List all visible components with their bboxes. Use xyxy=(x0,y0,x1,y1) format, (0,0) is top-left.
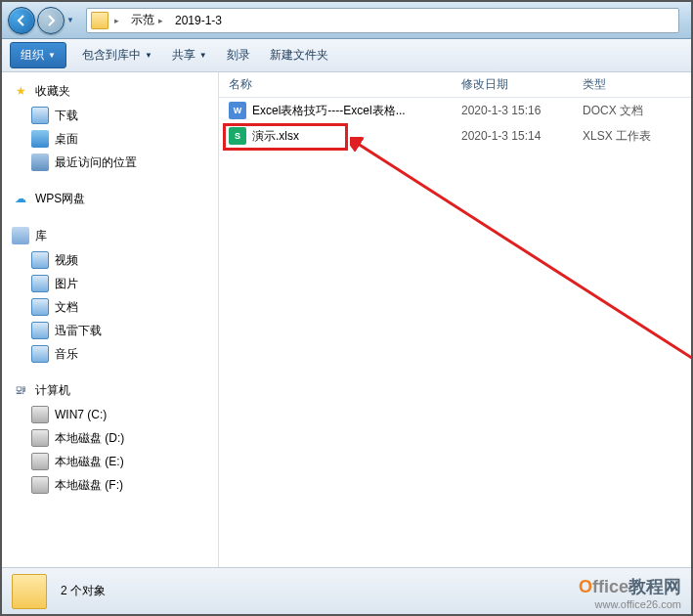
chevron-down-icon: ▼ xyxy=(145,51,152,60)
share-button[interactable]: 共享 ▼ xyxy=(162,43,217,67)
sidebar-label: 下载 xyxy=(55,108,78,124)
breadcrumb-seg-1[interactable]: 示范 ▸ xyxy=(127,9,171,32)
sidebar-label: 桌面 xyxy=(55,131,78,148)
sidebar: ★ 收藏夹 下载 桌面 最近访问的位置 ☁ xyxy=(2,72,219,567)
desktop-icon xyxy=(31,130,49,148)
sidebar-label: WPS网盘 xyxy=(35,191,85,207)
chevron-down-icon: ▼ xyxy=(199,51,207,60)
sidebar-item-pictures[interactable]: 图片 xyxy=(2,272,218,295)
annotation-arrow xyxy=(350,137,693,391)
sidebar-item-music[interactable]: 音乐 xyxy=(2,342,218,366)
sidebar-label: 本地磁盘 (F:) xyxy=(55,477,123,494)
folder-icon xyxy=(91,12,108,29)
file-type: DOCX 文档 xyxy=(573,103,691,119)
sidebar-item-desktop[interactable]: 桌面 xyxy=(2,127,218,151)
sidebar-wps-header[interactable]: ☁ WPS网盘 xyxy=(2,186,218,211)
share-label: 共享 xyxy=(172,47,195,64)
organize-button[interactable]: 组织 ▼ xyxy=(10,42,66,68)
drive-icon xyxy=(31,429,49,447)
picture-icon xyxy=(31,275,49,292)
sidebar-label: 本地磁盘 (D:) xyxy=(55,430,124,447)
sidebar-item-downloads[interactable]: 下载 xyxy=(2,104,218,127)
computer-icon: 🖳 xyxy=(12,381,29,399)
back-button[interactable] xyxy=(8,7,35,34)
sidebar-item-documents[interactable]: 文档 xyxy=(2,295,218,319)
chevron-down-icon: ▼ xyxy=(48,51,56,60)
column-headers: 名称 修改日期 类型 xyxy=(219,72,691,98)
file-date: 2020-1-3 15:16 xyxy=(452,104,573,117)
drive-icon xyxy=(31,406,49,423)
forward-button[interactable] xyxy=(37,7,65,34)
toolbar: 组织 ▼ 包含到库中 ▼ 共享 ▼ 刻录 新建文件夹 xyxy=(2,39,691,72)
include-button[interactable]: 包含到库中 ▼ xyxy=(72,43,162,67)
organize-label: 组织 xyxy=(21,47,44,64)
docx-icon: W xyxy=(229,102,246,119)
sidebar-label: 本地磁盘 (E:) xyxy=(55,454,124,470)
file-row[interactable]: S 演示.xlsx 2020-1-3 15:14 XLSX 工作表 xyxy=(219,123,691,149)
main-pane: ★ 收藏夹 下载 桌面 最近访问的位置 ☁ xyxy=(2,72,691,567)
sidebar-label: 图片 xyxy=(55,276,78,292)
sidebar-label: 文档 xyxy=(55,299,78,316)
breadcrumb-label: 示范 xyxy=(131,12,154,28)
sidebar-label: 迅雷下载 xyxy=(55,323,102,339)
new-folder-button[interactable]: 新建文件夹 xyxy=(260,43,338,67)
xlsx-icon: S xyxy=(229,127,246,145)
sidebar-item-drive-d[interactable]: 本地磁盘 (D:) xyxy=(2,426,218,450)
sidebar-item-drive-f[interactable]: 本地磁盘 (F:) xyxy=(2,473,218,497)
sidebar-favorites-header[interactable]: ★ 收藏夹 xyxy=(2,78,218,104)
star-icon: ★ xyxy=(12,82,29,100)
burn-button[interactable]: 刻录 xyxy=(217,43,260,67)
status-count: 2 个对象 xyxy=(61,583,106,599)
column-header-type[interactable]: 类型 xyxy=(573,76,691,93)
sidebar-item-drive-e[interactable]: 本地磁盘 (E:) xyxy=(2,450,218,473)
sidebar-label: 库 xyxy=(35,228,47,244)
sidebar-label: 音乐 xyxy=(55,346,78,363)
library-icon xyxy=(12,227,29,244)
drive-icon xyxy=(31,476,49,494)
sidebar-label: 收藏夹 xyxy=(35,83,70,100)
sidebar-item-recent[interactable]: 最近访问的位置 xyxy=(2,151,218,174)
file-list-pane: 名称 修改日期 类型 W Excel表格技巧----Excel表格... 202… xyxy=(219,72,691,567)
include-label: 包含到库中 xyxy=(82,47,141,64)
sidebar-item-drive-c[interactable]: WIN7 (C:) xyxy=(2,403,218,426)
sidebar-item-videos[interactable]: 视频 xyxy=(2,248,218,272)
sidebar-computer-header[interactable]: 🖳 计算机 xyxy=(2,377,218,403)
sidebar-label: WIN7 (C:) xyxy=(55,408,107,421)
sidebar-item-xunlei[interactable]: 迅雷下载 xyxy=(2,319,218,342)
burn-label: 刻录 xyxy=(227,47,250,64)
column-header-date[interactable]: 修改日期 xyxy=(452,76,573,93)
drive-icon xyxy=(31,453,49,470)
file-name: 演示.xlsx xyxy=(252,128,299,145)
file-row[interactable]: W Excel表格技巧----Excel表格... 2020-1-3 15:16… xyxy=(219,98,691,123)
recent-icon xyxy=(31,154,49,171)
sidebar-label: 计算机 xyxy=(35,382,70,399)
history-dropdown[interactable]: ▼ xyxy=(66,7,80,34)
chevron-right-icon: ▸ xyxy=(154,16,167,25)
sidebar-label: 最近访问的位置 xyxy=(55,154,137,171)
music-icon xyxy=(31,345,49,363)
breadcrumb-root[interactable]: ▸ xyxy=(87,9,127,32)
status-bar: 2 个对象 Office教程网 www.office26.com xyxy=(2,567,691,614)
watermark: Office教程网 www.office26.com xyxy=(579,575,681,610)
chevron-right-icon: ▸ xyxy=(110,16,123,25)
file-name: Excel表格技巧----Excel表格... xyxy=(252,103,406,119)
video-icon xyxy=(31,251,49,269)
explorer-window: ▼ ▸ 示范 ▸ 2019-1-3 组织 ▼ 包含到库中 ▼ 共享 ▼ xyxy=(0,0,693,616)
folder-icon xyxy=(12,574,47,609)
download-icon xyxy=(31,322,49,339)
nav-bar: ▼ ▸ 示范 ▸ 2019-1-3 xyxy=(2,2,691,39)
file-type: XLSX 工作表 xyxy=(573,128,691,145)
column-header-name[interactable]: 名称 xyxy=(219,76,452,93)
new-folder-label: 新建文件夹 xyxy=(270,47,328,64)
svg-line-0 xyxy=(355,142,693,386)
document-icon xyxy=(31,298,49,316)
breadcrumb-seg-2[interactable]: 2019-1-3 xyxy=(171,9,226,32)
file-date: 2020-1-3 15:14 xyxy=(452,129,573,143)
cloud-icon: ☁ xyxy=(12,190,29,207)
address-bar[interactable]: ▸ 示范 ▸ 2019-1-3 xyxy=(86,8,679,33)
sidebar-libraries-header[interactable]: 库 xyxy=(2,223,218,248)
download-icon xyxy=(31,107,49,124)
sidebar-label: 视频 xyxy=(55,252,78,269)
breadcrumb-label: 2019-1-3 xyxy=(175,14,222,27)
